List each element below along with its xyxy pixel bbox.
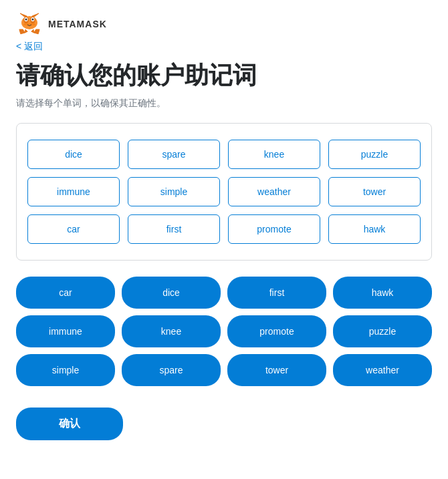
page-title: 请确认您的账户助记词 xyxy=(0,61,448,98)
svg-point-14 xyxy=(32,19,34,21)
selection-area: cardicefirsthawkimmunekneepromotepuzzles… xyxy=(0,277,448,402)
svg-point-13 xyxy=(25,19,27,21)
subtitle: 请选择每个单词，以确保其正确性。 xyxy=(0,98,448,123)
word-slot[interactable]: weather xyxy=(228,177,320,206)
word-grid: dicesparekneepuzzleimmunesimpleweatherto… xyxy=(27,140,421,244)
word-option-button[interactable]: simple xyxy=(16,354,115,386)
word-slot[interactable]: puzzle xyxy=(328,140,421,169)
word-option-button[interactable]: promote xyxy=(227,315,326,347)
svg-marker-7 xyxy=(31,29,34,33)
word-slot[interactable]: hawk xyxy=(328,214,421,244)
word-option-button[interactable]: knee xyxy=(122,315,221,347)
word-option-button[interactable]: spare xyxy=(122,354,221,386)
svg-point-15 xyxy=(28,23,31,25)
selection-grid: cardicefirsthawkimmunekneepromotepuzzles… xyxy=(16,277,432,386)
word-option-button[interactable]: puzzle xyxy=(333,315,432,347)
svg-marker-3 xyxy=(19,29,25,34)
header: METAMASK xyxy=(0,0,448,40)
word-option-button[interactable]: hawk xyxy=(333,277,432,309)
svg-marker-2 xyxy=(34,29,40,34)
word-slot[interactable]: simple xyxy=(128,177,220,206)
back-link[interactable]: < 返回 xyxy=(0,41,59,61)
svg-marker-6 xyxy=(25,29,27,33)
metamask-logo-icon xyxy=(16,11,43,37)
word-slot[interactable]: spare xyxy=(128,140,220,169)
word-option-button[interactable]: tower xyxy=(227,354,326,386)
word-option-button[interactable]: weather xyxy=(333,354,432,386)
word-option-button[interactable]: immune xyxy=(16,315,115,347)
logo-text: METAMASK xyxy=(48,19,107,29)
word-slot[interactable]: car xyxy=(27,214,120,244)
word-slot[interactable]: dice xyxy=(27,140,120,169)
word-slot[interactable]: promote xyxy=(228,214,320,244)
word-option-button[interactable]: first xyxy=(227,277,326,309)
confirm-button[interactable]: 确认 xyxy=(16,408,123,440)
word-slot[interactable]: tower xyxy=(328,177,421,206)
word-slot[interactable]: immune xyxy=(27,177,120,206)
word-slot[interactable]: first xyxy=(128,214,220,244)
word-grid-container: dicesparekneepuzzleimmunesimpleweatherto… xyxy=(16,123,432,261)
svg-point-8 xyxy=(21,16,37,29)
word-slot[interactable]: knee xyxy=(228,140,320,169)
word-option-button[interactable]: car xyxy=(16,277,115,309)
confirm-area: 确认 xyxy=(0,402,448,456)
word-option-button[interactable]: dice xyxy=(122,277,221,309)
